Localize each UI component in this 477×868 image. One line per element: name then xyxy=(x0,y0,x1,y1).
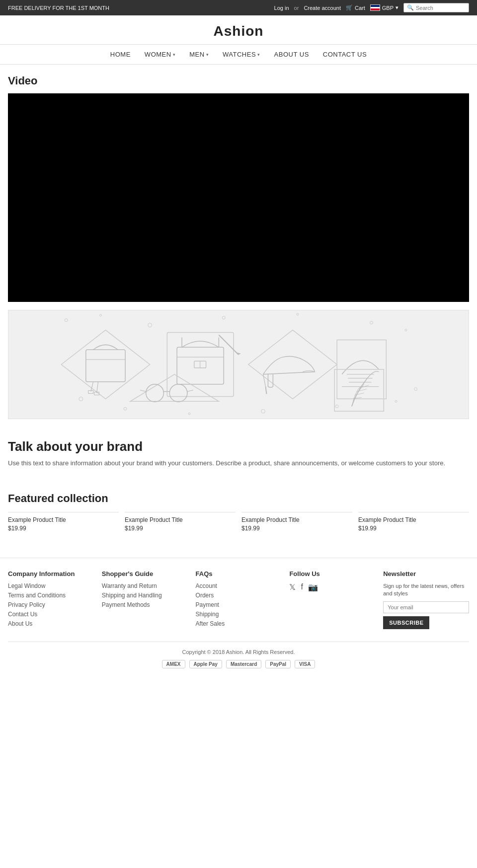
separator: or xyxy=(294,5,299,11)
footer-link-after-sales[interactable]: After Sales xyxy=(196,620,282,627)
currency-label: GBP xyxy=(382,5,394,11)
footer-link-account[interactable]: Account xyxy=(196,582,282,589)
footer-follow-us: Follow Us 𝕏 f 📷 xyxy=(289,570,375,630)
svg-rect-15 xyxy=(86,350,125,381)
search-input[interactable] xyxy=(416,5,466,11)
featured-section: Featured collection Example Product Titl… xyxy=(8,492,469,532)
site-header: Ashion xyxy=(0,15,477,45)
nav-item-contact-us[interactable]: CONTACT US xyxy=(316,49,374,60)
product-title: Example Product Title xyxy=(125,516,236,523)
svg-point-8 xyxy=(124,407,127,410)
product-title: Example Product Title xyxy=(8,516,119,523)
brand-title: Talk about your brand xyxy=(8,439,469,454)
delivery-message: FREE DELIVERY FOR THE 1ST MONTH xyxy=(8,5,109,11)
nav-item-women[interactable]: WOMEN ▾ xyxy=(138,49,182,60)
illustration-svg xyxy=(8,310,469,419)
video-player[interactable] xyxy=(8,93,469,302)
footer-company-info: Company Information Legal Window Terms a… xyxy=(8,570,94,630)
cart-icon-symbol: 🛒 xyxy=(346,4,353,11)
product-price: $19.99 xyxy=(358,525,469,532)
brand-section: Talk about your brand Use this text to s… xyxy=(8,439,469,476)
chevron-down-icon: ▾ xyxy=(206,52,209,57)
footer-newsletter: Newsletter Sign up for the latest news, … xyxy=(383,570,469,630)
login-link[interactable]: Log in xyxy=(274,5,289,11)
svg-point-7 xyxy=(79,397,83,401)
footer-link-orders[interactable]: Orders xyxy=(196,592,282,599)
footer-link-about[interactable]: About Us xyxy=(8,620,94,627)
social-icons: 𝕏 f 📷 xyxy=(289,582,375,592)
svg-point-39 xyxy=(169,384,187,402)
svg-point-38 xyxy=(146,384,164,402)
svg-point-2 xyxy=(148,323,152,327)
top-bar-right: Log in or Create account 🛒 Cart GBP ▾ 🔍 xyxy=(274,3,469,12)
product-card[interactable]: Example Product Title $19.99 xyxy=(8,512,119,532)
product-card[interactable]: Example Product Title $19.99 xyxy=(358,512,469,532)
svg-line-31 xyxy=(266,387,267,394)
nav-item-men[interactable]: MEN ▾ xyxy=(182,49,216,60)
nav-item-watches[interactable]: WATCHES ▾ xyxy=(216,49,267,60)
footer-link-shipping-handling[interactable]: Shipping and Handling xyxy=(102,592,188,599)
footer-link-terms[interactable]: Terms and Conditions xyxy=(8,592,94,599)
footer-link-privacy[interactable]: Privacy Policy xyxy=(8,601,94,608)
nav-item-about-us[interactable]: ABOUT US xyxy=(267,49,316,60)
product-card[interactable]: Example Product Title $19.99 xyxy=(241,512,352,532)
video-section-title: Video xyxy=(8,74,469,87)
footer-bottom: Copyright © 2018 Ashion. All Rights Rese… xyxy=(8,642,469,668)
footer-link-legal[interactable]: Legal Window xyxy=(8,582,94,589)
footer-company-title: Company Information xyxy=(8,570,94,578)
instagram-icon[interactable]: 📷 xyxy=(308,582,318,592)
svg-point-5 xyxy=(370,321,373,324)
svg-line-41 xyxy=(140,390,146,392)
banner-illustration xyxy=(8,310,469,419)
product-title: Example Product Title xyxy=(358,516,469,523)
footer-link-shipping[interactable]: Shipping xyxy=(196,611,282,618)
product-price: $19.99 xyxy=(241,525,352,532)
svg-marker-30 xyxy=(248,330,337,399)
paypal-icon: PayPal xyxy=(265,660,291,668)
facebook-icon[interactable]: f xyxy=(301,582,303,592)
nav-item-home[interactable]: HOME xyxy=(103,49,138,60)
svg-marker-37 xyxy=(130,374,219,402)
footer-link-payment[interactable]: Payment xyxy=(196,601,282,608)
currency-selector[interactable]: GBP ▾ xyxy=(370,4,398,11)
site-title: Ashion xyxy=(0,23,477,39)
site-footer: Company Information Legal Window Terms a… xyxy=(0,558,477,676)
footer-link-contact[interactable]: Contact Us xyxy=(8,611,94,618)
cart-button[interactable]: 🛒 Cart xyxy=(346,4,365,11)
footer-follow-title: Follow Us xyxy=(289,570,375,578)
main-nav: HOME WOMEN ▾ MEN ▾ WATCHES ▾ ABOUT US CO… xyxy=(0,45,477,65)
svg-point-9 xyxy=(188,413,190,415)
brand-text: Use this text to share information about… xyxy=(8,458,469,468)
svg-point-4 xyxy=(297,313,299,315)
newsletter-email-input[interactable] xyxy=(383,601,469,613)
top-bar: FREE DELIVERY FOR THE 1ST MONTH Log in o… xyxy=(0,0,477,15)
featured-collection-title: Featured collection xyxy=(8,492,469,505)
footer-newsletter-title: Newsletter xyxy=(383,570,469,578)
newsletter-description: Sign up for the latest news, offers and … xyxy=(383,582,469,598)
twitter-icon[interactable]: 𝕏 xyxy=(289,582,296,592)
footer-faqs-title: FAQs xyxy=(196,570,282,578)
amex-icon: AMEX xyxy=(162,660,185,668)
footer-link-payment-methods[interactable]: Payment Methods xyxy=(102,601,188,608)
subscribe-button[interactable]: SUBSCRIBE xyxy=(383,616,429,629)
footer-grid: Company Information Legal Window Terms a… xyxy=(8,570,469,630)
svg-point-0 xyxy=(65,319,68,322)
svg-line-19 xyxy=(97,382,98,393)
svg-marker-14 xyxy=(61,330,150,399)
product-price: $19.99 xyxy=(8,525,119,532)
svg-line-42 xyxy=(187,390,193,392)
product-card[interactable]: Example Product Title $19.99 xyxy=(125,512,236,532)
chevron-down-icon: ▾ xyxy=(173,52,176,57)
svg-point-1 xyxy=(100,314,102,316)
svg-point-13 xyxy=(414,388,417,391)
create-account-link[interactable]: Create account xyxy=(304,5,341,11)
search-icon: 🔍 xyxy=(407,4,414,11)
svg-line-28 xyxy=(219,335,238,355)
svg-point-10 xyxy=(261,409,265,413)
footer-link-warranty[interactable]: Warranty and Return xyxy=(102,582,188,589)
footer-shoppers-guide: Shopper's Guide Warranty and Return Ship… xyxy=(102,570,188,630)
footer-faqs: FAQs Account Orders Payment Shipping Aft… xyxy=(196,570,282,630)
search-box[interactable]: 🔍 xyxy=(403,3,469,12)
svg-point-12 xyxy=(395,400,397,402)
products-grid: Example Product Title $19.99 Example Pro… xyxy=(8,512,469,532)
